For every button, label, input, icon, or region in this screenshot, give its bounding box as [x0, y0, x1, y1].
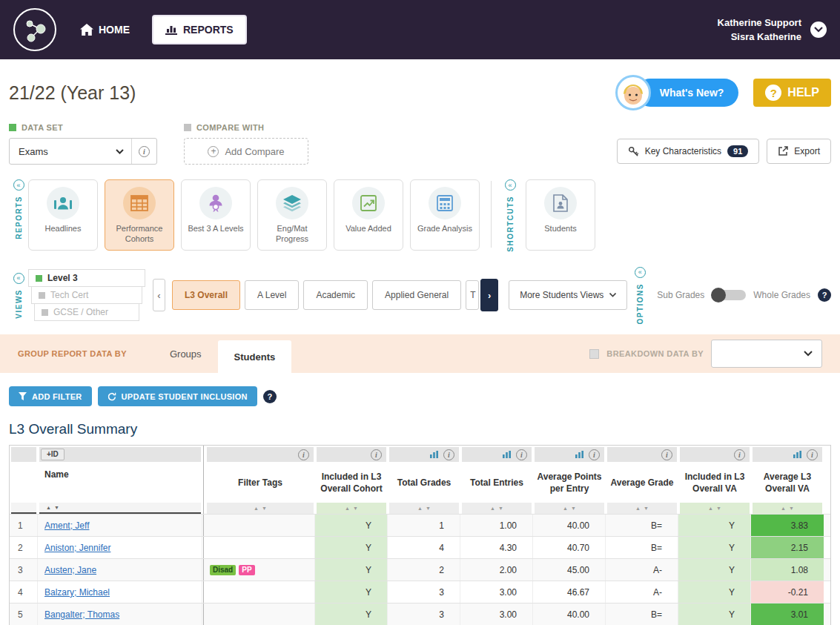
whats-new-button[interactable]: What's New?: [636, 79, 739, 107]
info-icon[interactable]: i: [371, 449, 382, 460]
export-icon: [778, 146, 788, 156]
nav-reports[interactable]: REPORTS: [152, 15, 247, 44]
export-button[interactable]: Export: [767, 139, 831, 164]
student-name-link[interactable]: Ament; Jeff: [44, 520, 89, 531]
student-name-link[interactable]: Aniston; Jennifer: [44, 543, 110, 553]
help-icon[interactable]: ?: [818, 288, 831, 302]
info-icon[interactable]: i: [734, 449, 745, 460]
info-icon[interactable]: i: [298, 449, 309, 460]
question-icon: ?: [765, 85, 781, 101]
student-name-link[interactable]: Austen; Jane: [44, 565, 96, 575]
filter-tags-cell: [205, 581, 315, 603]
help-button[interactable]: ? HELP: [753, 79, 831, 107]
breakdown-checkbox[interactable]: [589, 349, 599, 359]
view-tab-l3-overall[interactable]: L3 Overall: [172, 280, 240, 310]
scroll-tabs-left-button[interactable]: ‹: [153, 279, 165, 311]
grades-toggle[interactable]: [712, 290, 746, 300]
info-icon[interactable]: i: [807, 449, 818, 460]
sort-asc-icon: ▲: [563, 506, 568, 511]
sort-control[interactable]: ▲▼: [462, 503, 532, 514]
add-filter-button[interactable]: ADD FILTER: [9, 386, 92, 406]
collapse-icon[interactable]: «: [13, 273, 24, 284]
student-name-link[interactable]: Balzary; Michael: [44, 587, 110, 598]
sort-control[interactable]: ▲▼: [207, 503, 314, 514]
nav-home[interactable]: HOME: [80, 24, 130, 36]
funnel-icon: [19, 392, 27, 400]
sort-desc-icon: ▼: [571, 506, 576, 511]
collapse-icon[interactable]: «: [13, 179, 24, 191]
key-icon: [628, 146, 639, 157]
report-card-headlines[interactable]: Headlines: [28, 179, 98, 251]
report-card-eng-mat-progress[interactable]: Eng/Mat Progress: [257, 179, 327, 251]
sort-control[interactable]: ▲▼: [535, 503, 604, 514]
row-number: 5: [10, 603, 38, 625]
card-label: Performance Cohorts: [105, 224, 173, 245]
level-tab-level-3[interactable]: Level 3: [28, 269, 145, 287]
data-set-select[interactable]: Exams i: [9, 138, 157, 165]
help-label: HELP: [787, 86, 819, 99]
chevron-down-icon: [609, 293, 616, 297]
nav-home-label: HOME: [99, 24, 130, 36]
chart-icon[interactable]: [575, 451, 584, 458]
key-characteristics-button[interactable]: Key Characteristics 91: [617, 139, 760, 164]
sort-control[interactable]: ▲▼: [39, 503, 201, 514]
view-tab-partial[interactable]: T: [466, 280, 479, 310]
card-label: Students: [543, 224, 578, 234]
shortcut-card-students[interactable]: Students: [526, 179, 595, 251]
user-menu-button[interactable]: [810, 22, 827, 38]
filter-tags-cell: [205, 515, 315, 536]
card-label: Grade Analysis: [416, 224, 474, 234]
add-compare-button[interactable]: + Add Compare: [184, 138, 308, 165]
level-tab-tech-cert[interactable]: Tech Cert: [31, 286, 142, 304]
update-student-inclusion-button[interactable]: UPDATE STUDENT INCLUSION: [98, 386, 257, 406]
more-students-views-button[interactable]: More Students Views: [509, 280, 627, 310]
sort-control[interactable]: ▲▼: [753, 503, 822, 514]
data-set-selected-value: Exams: [10, 146, 116, 157]
view-tab-academic[interactable]: Academic: [303, 280, 368, 310]
report-card-best-3-a-levels[interactable]: Best 3 A Levels: [181, 179, 251, 251]
level-tab-gcse-other[interactable]: GCSE / Other: [34, 303, 139, 321]
data-set-info[interactable]: i: [131, 139, 156, 164]
group-report-data-by-label: GROUP REPORT DATA BY: [18, 349, 127, 358]
toggle-knob[interactable]: [711, 288, 726, 302]
info-icon[interactable]: i: [516, 449, 527, 460]
student-name-link[interactable]: Bangalter; Thomas: [44, 609, 119, 620]
average-va-cell: 3.83: [751, 515, 824, 536]
add-id-column-button[interactable]: +ID: [41, 449, 65, 460]
tab-groups[interactable]: Groups: [153, 334, 218, 373]
chart-icon[interactable]: [503, 451, 512, 458]
collapse-icon[interactable]: «: [505, 179, 516, 191]
sort-control[interactable]: ▲▼: [607, 503, 677, 514]
chart-icon[interactable]: [430, 451, 439, 458]
tab-students[interactable]: Students: [218, 340, 292, 373]
total-entries-cell: 4.30: [460, 537, 533, 558]
info-icon[interactable]: i: [661, 449, 672, 460]
info-icon[interactable]: i: [589, 449, 600, 460]
sort-asc-icon: ▲: [46, 505, 51, 510]
export-label: Export: [794, 146, 820, 156]
report-card-performance-cohorts[interactable]: Performance Cohorts: [105, 179, 174, 251]
view-tab-a-level[interactable]: A Level: [245, 280, 299, 310]
shortcuts-rail: « SHORTCUTS: [500, 179, 520, 252]
info-icon[interactable]: i: [443, 449, 454, 460]
sort-control[interactable]: ▲▼: [680, 503, 750, 514]
view-tab-applied-general[interactable]: Applied General: [372, 280, 461, 310]
scroll-tabs-right-button[interactable]: ›: [480, 279, 498, 311]
sort-control[interactable]: ▲▼: [317, 503, 386, 514]
info-icon[interactable]: i: [139, 146, 150, 157]
card-label: Headlines: [44, 224, 83, 234]
included-va-cell: Y: [678, 603, 751, 625]
collapse-icon[interactable]: «: [635, 267, 646, 278]
help-icon[interactable]: ?: [263, 390, 277, 403]
chart-icon[interactable]: [793, 451, 802, 458]
report-card-value-added[interactable]: Value Added: [334, 179, 403, 251]
breakdown-select[interactable]: [711, 340, 822, 368]
person-ribbon-icon: [199, 187, 232, 219]
column-header-total-entries: i Total Entries ▲▼: [460, 446, 533, 514]
table-body: 1 Ament; Jeff Y 1 1.00 40.00 B= Y 3.83 2…: [10, 514, 830, 625]
report-card-grade-analysis[interactable]: Grade Analysis: [410, 179, 480, 251]
filter-tags-cell: [205, 603, 315, 625]
key-characteristics-label: Key Characteristics: [645, 146, 721, 156]
card-label: Best 3 A Levels: [186, 224, 245, 234]
sort-control[interactable]: ▲▼: [389, 503, 459, 514]
